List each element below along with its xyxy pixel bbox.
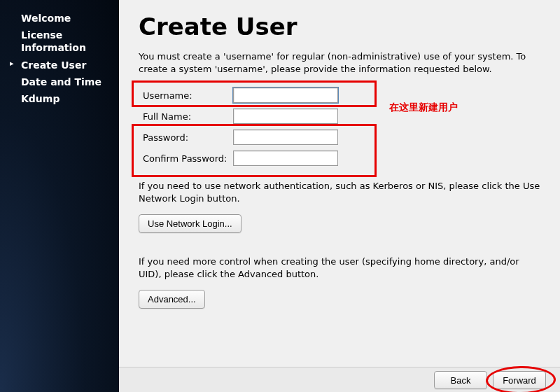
sidebar-item-create-user[interactable]: Create User	[8, 57, 111, 74]
sidebar-item-date-time[interactable]: Date and Time	[8, 74, 111, 90]
bottom-bar: Back Forward	[119, 367, 560, 392]
use-network-login-button[interactable]: Use Network Login...	[139, 214, 241, 233]
sidebar-item-kdump[interactable]: Kdump	[8, 90, 111, 107]
main-content: Create User You must create a 'username'…	[119, 0, 560, 392]
annotation-create-here: 在这里新建用户	[389, 102, 458, 114]
password-input[interactable]	[233, 130, 338, 145]
user-form: 在这里新建用户 Username: Full Name: Password: C…	[139, 85, 540, 169]
fullname-label: Full Name:	[139, 111, 233, 122]
confirm-password-input[interactable]	[233, 150, 338, 166]
sidebar-item-license[interactable]: License Information	[8, 27, 111, 56]
sidebar: Welcome License Information Create User …	[0, 0, 119, 392]
confirm-password-label: Confirm Password:	[139, 153, 233, 164]
intro-paragraph: You must create a 'username' for regular…	[139, 50, 540, 75]
advanced-paragraph: If you need more control when creating t…	[139, 255, 540, 280]
advanced-button[interactable]: Advanced...	[139, 290, 205, 309]
forward-button[interactable]: Forward	[493, 371, 546, 389]
username-label: Username:	[139, 90, 233, 101]
fullname-input[interactable]	[233, 108, 338, 124]
password-label: Password:	[139, 132, 233, 143]
network-auth-paragraph: If you need to use network authenticatio…	[139, 180, 540, 204]
sidebar-item-welcome[interactable]: Welcome	[8, 10, 111, 27]
username-input[interactable]	[233, 88, 338, 103]
back-button[interactable]: Back	[434, 371, 487, 389]
page-title: Create User	[139, 13, 540, 41]
